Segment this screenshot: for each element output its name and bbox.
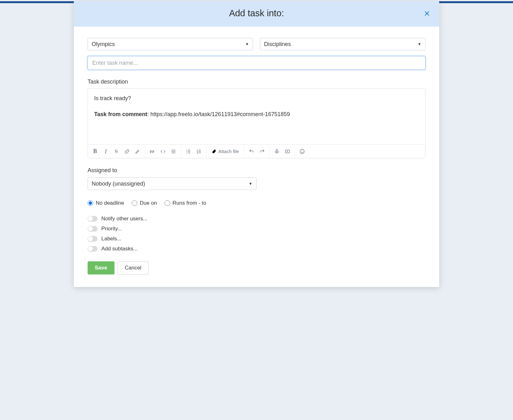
project-select[interactable]: Olympics ▼ (88, 38, 253, 50)
save-button[interactable]: Save (88, 261, 114, 274)
list-select-value: Disciplines (264, 41, 291, 48)
radio-no-deadline-label: No deadline (96, 200, 124, 206)
project-select-value: Olympics (92, 41, 115, 48)
redo-icon (259, 149, 265, 154)
radio-runs-from-to-label: Runs from - to (173, 200, 206, 206)
video-button[interactable] (282, 146, 293, 157)
chevron-down-icon: ▼ (418, 42, 421, 46)
undo-button[interactable] (246, 146, 257, 157)
toggle-priority[interactable]: Priority... (88, 226, 425, 232)
svg-point-7 (302, 151, 303, 151)
toggle-switch[interactable] (88, 216, 98, 222)
paperclip-icon (211, 149, 216, 154)
chevron-down-icon: ▼ (249, 182, 252, 186)
cancel-button[interactable]: Cancel (118, 261, 149, 274)
mic-icon (274, 149, 280, 154)
highlight-icon (135, 149, 140, 154)
toggle-notify-label: Notify other users... (101, 216, 147, 222)
numbered-list-button[interactable] (194, 146, 204, 157)
close-button[interactable] (422, 9, 432, 18)
modal-actions: Save Cancel (88, 261, 425, 274)
video-icon (285, 149, 290, 154)
svg-point-6 (301, 151, 302, 151)
italic-button[interactable]: I (100, 146, 111, 157)
bullet-list-icon (185, 149, 191, 154)
description-editor: Is track ready? Task from comment: https… (88, 88, 425, 158)
code-icon (160, 149, 166, 154)
toggle-list: Notify other users... Priority... Labels… (88, 216, 425, 252)
svg-point-0 (186, 150, 187, 150)
description-comment-url: https://app.freelo.io/task/12611913#comm… (150, 111, 290, 117)
description-comment-line: Task from comment: https://app.freelo.io… (94, 110, 419, 119)
strikethrough-button[interactable]: S (111, 146, 122, 157)
task-name-input[interactable] (88, 56, 425, 70)
svg-point-1 (186, 151, 187, 151)
quote-icon (150, 149, 155, 154)
close-icon (424, 10, 430, 17)
add-task-modal: Add task into: Olympics ▼ Disciplines ▼ … (74, 1, 439, 287)
deadline-radio-group: No deadline Due on Runs from - to (88, 200, 425, 206)
bullet-list-button[interactable] (183, 146, 194, 157)
toggle-priority-label: Priority... (101, 226, 122, 232)
bold-button[interactable]: B (90, 146, 100, 157)
radio-runs-from-to[interactable]: Runs from - to (165, 200, 206, 206)
toggle-switch[interactable] (88, 246, 98, 252)
assigned-label: Assigned to (88, 167, 425, 174)
description-line1: Is track ready? (94, 94, 419, 103)
toggle-subtasks[interactable]: Add subtasks... (88, 246, 425, 252)
assigned-select-value: Nobody (unassigned) (92, 181, 145, 187)
toggle-switch[interactable] (88, 226, 98, 232)
quote-button[interactable] (147, 146, 158, 157)
svg-point-2 (186, 152, 187, 153)
toggle-labels-label: Labels... (101, 236, 121, 242)
modal-body: Olympics ▼ Disciplines ▼ Task descriptio… (74, 27, 439, 287)
description-content[interactable]: Is track ready? Task from comment: https… (88, 89, 425, 144)
emoji-icon (299, 149, 305, 154)
description-label: Task description (88, 79, 425, 85)
editor-toolbar: B I S (88, 144, 425, 158)
redo-button[interactable] (257, 146, 267, 157)
toggle-subtasks-label: Add subtasks... (101, 246, 138, 252)
radio-due-on[interactable]: Due on (132, 200, 157, 206)
radio-runs-from-to-input[interactable] (165, 200, 170, 206)
highlight-button[interactable] (132, 146, 143, 157)
mic-button[interactable] (272, 146, 282, 157)
assigned-select[interactable]: Nobody (unassigned) ▼ (88, 177, 256, 190)
numbered-list-icon (196, 149, 202, 154)
radio-no-deadline[interactable]: No deadline (88, 200, 124, 206)
svg-point-5 (300, 149, 304, 154)
radio-due-on-input[interactable] (132, 200, 137, 206)
emoji-button[interactable] (297, 146, 307, 157)
radio-no-deadline-input[interactable] (88, 200, 93, 206)
attach-file-label: Attach file (218, 149, 239, 154)
chevron-down-icon: ▼ (245, 42, 249, 46)
toggle-notify[interactable]: Notify other users... (88, 216, 425, 222)
link-button[interactable] (122, 146, 132, 157)
indent-button[interactable] (168, 146, 179, 157)
toggle-labels[interactable]: Labels... (88, 236, 425, 242)
indent-icon (171, 149, 176, 154)
description-comment-sep: : (147, 111, 150, 117)
modal-title: Add task into: (81, 8, 432, 18)
attach-file-button[interactable]: Attach file (208, 149, 242, 154)
svg-rect-3 (276, 149, 278, 152)
radio-due-on-label: Due on (140, 200, 157, 206)
list-select[interactable]: Disciplines ▼ (260, 38, 425, 50)
link-icon (124, 149, 130, 154)
toggle-switch[interactable] (88, 236, 98, 242)
description-comment-label: Task from comment (94, 111, 147, 117)
modal-header: Add task into: (74, 1, 439, 27)
undo-icon (249, 149, 254, 154)
code-button[interactable] (158, 146, 168, 157)
